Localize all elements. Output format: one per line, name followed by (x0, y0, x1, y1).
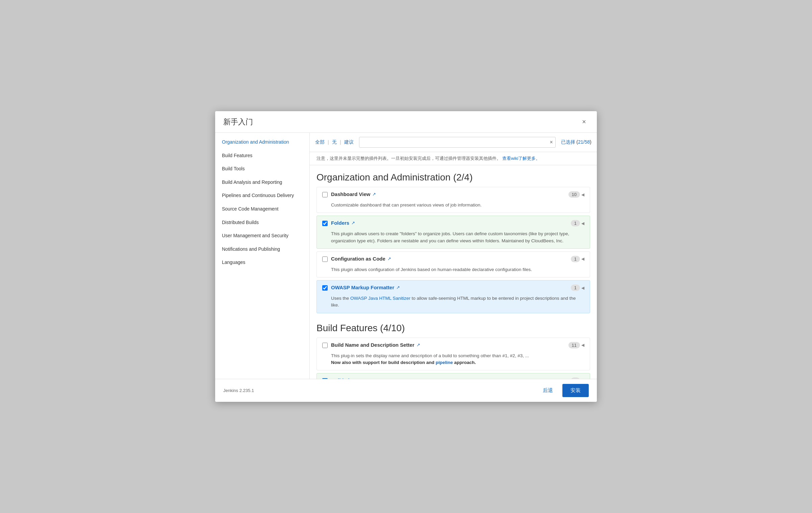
plugin-build-name-setter-badge: 11 (568, 342, 580, 348)
plugin-dashboard-view-count: 10 ◀ (568, 191, 584, 198)
search-input[interactable] (359, 137, 556, 148)
plugin-folders-name-area: Folders ↗ (331, 220, 567, 226)
plugin-config-as-code-count: 1 ◀ (571, 256, 584, 262)
footer-version: Jenkins 2.235.1 (223, 388, 254, 393)
modal-body: Organization and AdministrationBuild Fea… (215, 133, 597, 379)
sidebar-item-source-code[interactable]: Source Code Management (215, 202, 309, 216)
plugin-owasp-name: OWASP Markup Formatter (331, 285, 394, 290)
filter-all[interactable]: 全部 (315, 139, 325, 145)
main-content: 全部 ｜ 无 ｜ 建议 × 已选择 (21/58) (310, 133, 597, 379)
notice-text: 注意，这里并未显示完整的插件列表。一旦初始安装完成后，可通过插件管理器安装其他插… (316, 156, 501, 161)
sidebar-item-notifications[interactable]: Notifications and Publishing (215, 243, 309, 256)
plugin-build-name-setter-chevron: ◀ (581, 343, 584, 347)
plugin-build-name-setter: Build Name and Description Setter ↗ 11 ◀… (316, 338, 590, 371)
plugin-owasp-checkbox[interactable] (322, 285, 328, 291)
search-box: × (359, 137, 556, 148)
notice-bar: 注意，这里并未显示完整的插件列表。一旦初始安装完成后，可通过插件管理器安装其他插… (310, 152, 597, 165)
plugin-config-as-code-header: Configuration as Code ↗ 1 ◀ (317, 252, 590, 266)
plugin-config-as-code: Configuration as Code ↗ 1 ◀ This plugin … (316, 251, 590, 277)
modal: 新手入门 × Organization and AdministrationBu… (215, 111, 597, 402)
filter-links: 全部 ｜ 无 ｜ 建议 (315, 139, 354, 145)
plugin-folders-desc: This plugin allows users to create "fold… (317, 230, 590, 248)
selected-count: 已选择 (21/58) (561, 139, 591, 145)
section-title-org-admin: Organization and Administration (2/4) (316, 165, 590, 187)
sidebar-item-pipelines[interactable]: Pipelines and Continuous Delivery (215, 189, 309, 202)
close-button[interactable]: × (579, 117, 589, 127)
sidebar-item-languages[interactable]: Languages (215, 256, 309, 269)
filter-suggested[interactable]: 建议 (344, 139, 354, 145)
sidebar-item-user-mgmt[interactable]: User Management and Security (215, 229, 309, 243)
plugin-build-timeout-header: Build Timeout ↗ 6 ◀ (317, 373, 590, 379)
plugin-owasp: OWASP Markup Formatter ↗ 1 ◀ Uses the OW… (316, 280, 590, 313)
plugin-list: Organization and Administration (2/4) Da… (310, 165, 597, 379)
back-button[interactable]: 后退 (537, 384, 558, 397)
plugin-folders-chevron: ◀ (581, 221, 584, 226)
plugin-folders-checkbox[interactable] (322, 221, 328, 226)
plugin-config-as-code-badge: 1 (571, 256, 580, 262)
filter-bar: 全部 ｜ 无 ｜ 建议 × 已选择 (21/58) (310, 133, 597, 152)
plugin-owasp-link-icon[interactable]: ↗ (396, 285, 400, 290)
modal-title: 新手入门 (223, 117, 253, 127)
modal-footer: Jenkins 2.235.1 后退 安装 (215, 379, 597, 402)
filter-sep-2: ｜ (338, 139, 343, 145)
selected-label: 已选择 (561, 139, 575, 145)
sidebar: Organization and AdministrationBuild Fea… (215, 133, 310, 379)
sidebar-item-build-features[interactable]: Build Features (215, 149, 309, 163)
plugin-config-as-code-chevron: ◀ (581, 256, 584, 261)
plugin-config-as-code-name: Configuration as Code (331, 256, 385, 262)
sidebar-item-build-tools[interactable]: Build Tools (215, 162, 309, 176)
plugin-owasp-name-area: OWASP Markup Formatter ↗ (331, 285, 567, 290)
plugin-build-name-setter-name-area: Build Name and Description Setter ↗ (331, 342, 565, 348)
filter-none[interactable]: 无 (332, 139, 337, 145)
plugin-build-name-setter-header: Build Name and Description Setter ↗ 11 ◀ (317, 338, 590, 352)
footer-buttons: 后退 安装 (537, 384, 589, 397)
search-clear-button[interactable]: × (550, 139, 553, 145)
plugin-config-as-code-checkbox[interactable] (322, 256, 328, 262)
section-build-features: Build Features (4/10) Build Name and Des… (316, 316, 590, 379)
modal-overlay: 新手入门 × Organization and AdministrationBu… (0, 0, 812, 513)
plugin-build-name-setter-name: Build Name and Description Setter (331, 342, 414, 348)
section-org-admin: Organization and Administration (2/4) Da… (316, 165, 590, 313)
plugin-build-name-setter-link-icon[interactable]: ↗ (416, 342, 420, 347)
plugin-build-name-setter-count: 11 ◀ (568, 342, 584, 348)
sidebar-item-build-analysis[interactable]: Build Analysis and Reporting (215, 176, 309, 189)
plugin-owasp-header: OWASP Markup Formatter ↗ 1 ◀ (317, 280, 590, 295)
plugin-config-as-code-desc: This plugin allows configuration of Jenk… (317, 266, 590, 277)
plugin-dashboard-view-desc: Customizable dashboard that can present … (317, 202, 590, 213)
plugin-owasp-badge: 1 (571, 285, 580, 291)
owasp-link[interactable]: OWASP Java HTML Sanitizer (350, 296, 410, 301)
plugin-owasp-chevron: ◀ (581, 286, 584, 290)
plugin-folders-count: 1 ◀ (571, 220, 584, 226)
plugin-folders-name: Folders (331, 220, 349, 226)
sidebar-item-distributed[interactable]: Distributed Builds (215, 216, 309, 229)
plugin-folders-badge: 1 (571, 220, 580, 226)
plugin-folders-header: Folders ↗ 1 ◀ (317, 216, 590, 230)
plugin-config-as-code-link-icon[interactable]: ↗ (387, 256, 391, 261)
modal-header: 新手入门 × (215, 111, 597, 133)
plugin-dashboard-view-header: Dashboard View ↗ 10 ◀ (317, 187, 590, 202)
plugin-owasp-desc: Uses the OWASP Java HTML Sanitizer to al… (317, 295, 590, 313)
sidebar-item-org-admin[interactable]: Organization and Administration (215, 136, 309, 149)
filter-sep-1: ｜ (326, 139, 331, 145)
plugin-owasp-count: 1 ◀ (571, 285, 584, 291)
pipeline-link[interactable]: pipeline (436, 360, 453, 365)
install-button[interactable]: 安装 (562, 384, 589, 397)
plugin-build-name-setter-desc: This plug-in sets the display name and d… (317, 352, 590, 370)
notice-link[interactable]: 查看wiki了解更多。 (502, 156, 540, 161)
section-title-build-features: Build Features (4/10) (316, 316, 590, 338)
plugin-dashboard-view-link-icon[interactable]: ↗ (372, 192, 376, 197)
plugin-folders-link-icon[interactable]: ↗ (351, 220, 355, 225)
plugin-folders: Folders ↗ 1 ◀ This plugin allows users t… (316, 216, 590, 249)
plugin-build-name-setter-checkbox[interactable] (322, 343, 328, 348)
selected-number: 21/58 (578, 139, 590, 145)
plugin-dashboard-view-chevron: ◀ (581, 192, 584, 197)
plugin-dashboard-view-badge: 10 (568, 191, 580, 198)
plugin-dashboard-view-name-area: Dashboard View ↗ (331, 191, 565, 197)
plugin-dashboard-view: Dashboard View ↗ 10 ◀ Customizable dashb… (316, 187, 590, 213)
plugin-config-as-code-name-area: Configuration as Code ↗ (331, 256, 567, 262)
plugin-build-timeout: Build Timeout ↗ 6 ◀ This plugin allows b… (316, 373, 590, 379)
plugin-dashboard-view-checkbox[interactable] (322, 192, 328, 197)
plugin-dashboard-view-name: Dashboard View (331, 191, 370, 197)
